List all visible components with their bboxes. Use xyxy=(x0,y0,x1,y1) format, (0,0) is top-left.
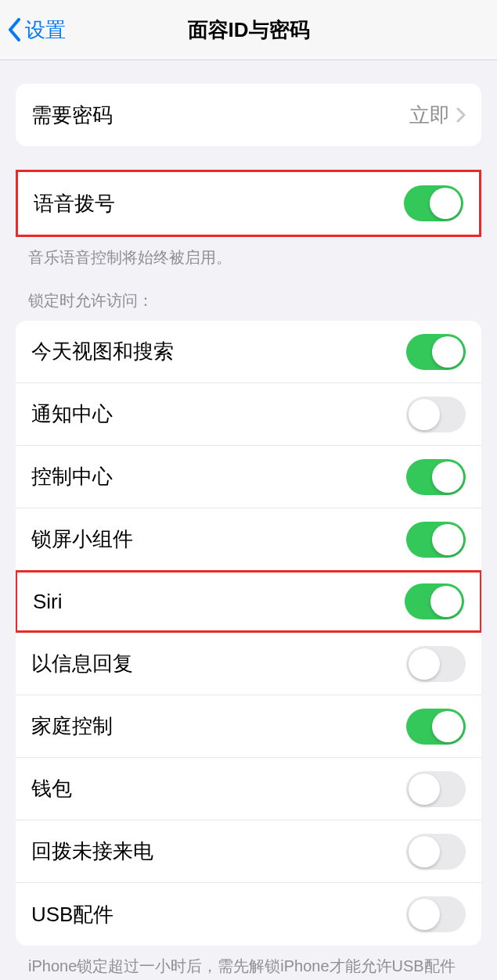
chevron-right-icon xyxy=(456,107,466,123)
back-chevron-icon xyxy=(8,18,22,41)
page-title: 面容ID与密码 xyxy=(188,16,310,44)
lock-access-item-label: 控制中心 xyxy=(31,463,406,490)
toggle-knob xyxy=(432,711,463,742)
lock-access-toggle[interactable] xyxy=(406,771,466,807)
lock-access-row: 以信息回复 xyxy=(16,633,481,695)
lock-access-item-label: 锁屏小组件 xyxy=(31,526,406,553)
lock-access-toggle[interactable] xyxy=(405,583,464,619)
require-passcode-value: 立即 xyxy=(409,102,450,129)
toggle-knob xyxy=(430,188,461,219)
lock-access-row: 控制中心 xyxy=(16,446,481,508)
toggle-knob xyxy=(430,586,462,617)
voice-dial-footer: 音乐语音控制将始终被启用。 xyxy=(0,237,497,268)
lock-access-item-label: Siri xyxy=(33,590,405,614)
toggle-knob xyxy=(432,461,463,493)
voice-dial-group: 语音拨号 xyxy=(16,170,481,237)
lock-access-toggle[interactable] xyxy=(406,334,466,370)
lock-access-toggle[interactable] xyxy=(406,646,466,682)
toggle-knob xyxy=(432,336,463,368)
voice-dial-toggle[interactable] xyxy=(404,185,463,221)
voice-dial-label: 语音拨号 xyxy=(34,190,404,217)
back-button[interactable]: 设置 xyxy=(8,16,66,44)
lock-access-item-label: 家庭控制 xyxy=(31,713,406,740)
navigation-bar: 设置 面容ID与密码 xyxy=(0,0,497,60)
voice-dial-row: 语音拨号 xyxy=(18,172,479,235)
require-passcode-row[interactable]: 需要密码 立即 xyxy=(16,84,481,146)
lock-access-toggle[interactable] xyxy=(406,896,466,932)
lock-access-footer: iPhone锁定超过一小时后，需先解锁iPhone才能允许USB配件连接。 xyxy=(0,946,497,980)
lock-access-toggle[interactable] xyxy=(406,834,466,870)
lock-access-header: 锁定时允许访问： xyxy=(0,268,497,321)
toggle-knob xyxy=(409,899,440,930)
lock-access-toggle[interactable] xyxy=(406,397,466,433)
lock-access-item-label: 通知中心 xyxy=(31,400,406,428)
toggle-knob xyxy=(432,524,463,555)
lock-access-item-label: 回拨未接来电 xyxy=(31,838,406,865)
lock-access-item-label: 以信息回复 xyxy=(31,650,406,677)
lock-access-toggle[interactable] xyxy=(406,709,466,745)
lock-access-item-label: USB配件 xyxy=(31,901,406,928)
lock-access-item-label: 今天视图和搜索 xyxy=(31,338,406,365)
lock-access-row: Siri xyxy=(16,570,481,633)
require-passcode-label: 需要密码 xyxy=(31,102,409,129)
lock-access-item-label: 钱包 xyxy=(31,775,406,802)
require-passcode-group: 需要密码 立即 xyxy=(16,84,481,146)
lock-access-row: 锁屏小组件 xyxy=(16,508,481,571)
toggle-knob xyxy=(409,836,440,867)
toggle-knob xyxy=(409,399,440,430)
lock-access-row: 钱包 xyxy=(16,758,481,820)
lock-access-row: 今天视图和搜索 xyxy=(16,321,481,383)
lock-access-row: 家庭控制 xyxy=(16,695,481,758)
toggle-knob xyxy=(409,648,440,680)
lock-access-row: 回拨未接来电 xyxy=(16,820,481,883)
back-label: 设置 xyxy=(25,16,66,44)
lock-access-row: 通知中心 xyxy=(16,383,481,446)
lock-access-toggle[interactable] xyxy=(406,522,466,558)
lock-access-toggle[interactable] xyxy=(406,459,466,495)
lock-access-group: 今天视图和搜索通知中心控制中心锁屏小组件Siri以信息回复家庭控制钱包回拨未接来… xyxy=(16,321,481,946)
toggle-knob xyxy=(409,774,440,805)
lock-access-row: USB配件 xyxy=(16,883,481,946)
